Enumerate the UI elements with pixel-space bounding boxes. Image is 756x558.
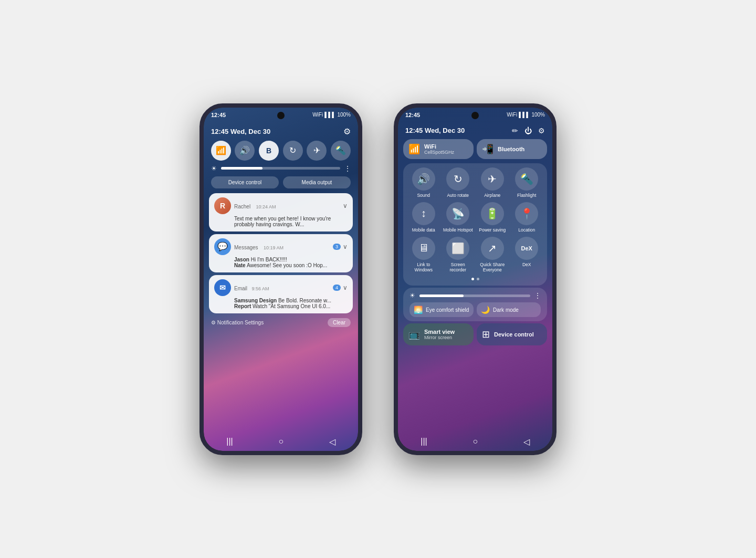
device-control-title: Device control (494, 331, 534, 338)
rachel-time: 10:24 AM (256, 204, 276, 209)
small-tiles-row-2: ↕ Mobile data 📡 Mobile Hotspot 🔋 Power s… (406, 202, 544, 233)
brightness-more-right[interactable]: ⋮ (534, 292, 541, 299)
wifi-icon: 📶 (216, 145, 226, 155)
qs-bluetooth-btn[interactable]: B (259, 141, 279, 161)
qs-autorotate-btn[interactable]: ↻ (283, 141, 303, 161)
bluetooth-wide-tile[interactable]: 📲 Bluetooth (477, 139, 547, 159)
qs-sound-btn[interactable]: 🔊 (235, 141, 255, 161)
dots-row (406, 277, 544, 281)
left-phone-content: 12:45 Wed, Dec 30 ⚙ 📶 🔊 B (204, 123, 358, 451)
rachel-expand-icon[interactable]: ∨ (343, 202, 348, 209)
mobiledata-tile[interactable]: ↕ Mobile data (408, 202, 439, 233)
brightness-row-left: ☀ ⋮ (204, 163, 358, 174)
dex-tile[interactable]: DeX DeX (511, 237, 542, 272)
bottom-nav-left: ||| ○ ◁ (204, 437, 358, 447)
sound-tile[interactable]: 🔊 Sound (408, 167, 439, 198)
home-btn-left[interactable]: ○ (278, 437, 284, 446)
back-btn-right[interactable]: ◁ (523, 437, 530, 447)
rachel-app-name: Rachel (234, 204, 250, 209)
quick-settings-icons: 📶 🔊 B ↻ ✈ 🔦 (204, 139, 358, 163)
notification-messages[interactable]: 💬 Messages 10:19 AM 3 ∨ Jason Hi I'm (209, 234, 353, 272)
status-bar-right: 12:45 WiFi ▌▌▌ 100% (398, 108, 552, 122)
wifi-status-icon: WiFi (312, 112, 323, 118)
autorotate-tile[interactable]: ↻ Auto rotate (443, 167, 473, 198)
location-tile-label: Location (518, 227, 535, 233)
right-phone-content: 12:45 Wed, Dec 30 ✏ ⏻ ⚙ 📶 WiFi CellSpo (398, 123, 552, 451)
notif-settings-row: ⚙ Notification Settings Clear (204, 316, 358, 329)
powersaving-tile[interactable]: 🔋 Power saving (477, 202, 508, 233)
battery-icon: 100% (337, 112, 351, 118)
quickshare-tile[interactable]: ↗ Quick Share Everyone (477, 237, 508, 272)
dark-mode-label: Dark mode (493, 307, 519, 313)
dex-tile-icon: DeX (515, 237, 538, 260)
powersaving-tile-label: Power saving (479, 227, 506, 233)
wifi-wide-icon: 📶 (408, 143, 420, 155)
autorotate-icon: ↻ (289, 145, 296, 155)
flashlight-icon: 🔦 (335, 145, 346, 155)
pencil-icon[interactable]: ✏ (512, 127, 518, 135)
hotspot-tile[interactable]: 📡 Mobile Hotspot (443, 202, 473, 233)
brightness-slider-left[interactable] (221, 167, 340, 170)
back-btn-left[interactable]: ◁ (329, 437, 335, 447)
hotspot-tile-label: Mobile Hotspot (443, 227, 473, 233)
quickshare-tile-label: Quick Share Everyone (477, 262, 508, 272)
eye-comfort-btn[interactable]: 🌅 Eye comfort shield (410, 302, 474, 317)
wifi-tile-sub: CellSpot5GHz (424, 150, 454, 155)
notification-email[interactable]: ✉ Email 9:56 AM 4 ∨ Samsung Design Be (209, 275, 353, 313)
mobiledata-tile-label: Mobile data (412, 227, 435, 233)
brightness-icon-left: ☀ (211, 165, 217, 172)
smart-view-tile[interactable]: 📺 Smart view Mirror screen (403, 323, 474, 345)
qs-flashlight-btn[interactable]: 🔦 (331, 141, 351, 161)
signal-icon: ▌▌▌ (324, 112, 335, 118)
flashlight-tile[interactable]: 🔦 Flashlight (511, 167, 542, 198)
phone-left: 12:45 WiFi ▌▌▌ 100% 12:45 Wed, Dec 30 ⚙ (200, 103, 362, 455)
device-control-btn[interactable]: Device control (211, 176, 279, 188)
dark-mode-btn[interactable]: 🌙 Dark mode (477, 302, 541, 317)
rachel-avatar: R (214, 197, 231, 214)
media-output-btn[interactable]: Media output (283, 176, 351, 188)
status-icons-right: WiFi ▌▌▌ 100% (507, 112, 545, 118)
bluetooth-tile-title: Bluetooth (498, 146, 524, 152)
datetime-right: 12:45 Wed, Dec 30 (405, 127, 465, 134)
qs-wifi-btn[interactable]: 📶 (211, 141, 231, 161)
airplane-tile[interactable]: ✈ Airplane (477, 167, 508, 198)
linkwindows-tile-label: Link to Windows (408, 262, 439, 272)
recents-btn-right[interactable]: ||| (421, 437, 427, 446)
powersaving-tile-icon: 🔋 (481, 202, 504, 225)
airplane-tile-icon: ✈ (481, 167, 504, 191)
bottom-tiles: 📺 Smart view Mirror screen ⊞ Device cont… (403, 323, 547, 345)
brightness-slider-right[interactable] (419, 294, 530, 297)
dex-tile-label: DeX (522, 262, 531, 267)
battery-icon-r: 100% (531, 112, 545, 118)
wifi-tile-title: WiFi (424, 143, 454, 150)
bluetooth-wide-icon: 📲 (482, 143, 494, 155)
screenrecorder-tile[interactable]: ⬜ Screen recorder (443, 237, 473, 272)
airplane-tile-label: Airplane (484, 193, 500, 198)
bottom-nav-right: ||| ○ ◁ (398, 437, 552, 447)
brightness-more-icon[interactable]: ⋮ (344, 165, 351, 172)
power-icon[interactable]: ⏻ (524, 127, 532, 135)
bluetooth-icon: B (266, 146, 271, 155)
notif-settings-text[interactable]: ⚙ Notification Settings (211, 320, 264, 325)
signal-icon-r: ▌▌▌ (519, 112, 530, 118)
wifi-wide-tile[interactable]: 📶 WiFi CellSpot5GHz (403, 139, 474, 159)
home-btn-right[interactable]: ○ (472, 437, 478, 446)
messages-count: 3 (333, 244, 341, 250)
qs-action-buttons: ✏ ⏻ ⚙ (512, 127, 545, 135)
mobiledata-tile-icon: ↕ (412, 202, 435, 225)
status-bar-left: 12:45 WiFi ▌▌▌ 100% (204, 108, 358, 122)
gear-icon-right[interactable]: ⚙ (538, 127, 545, 135)
qs-airplane-btn[interactable]: ✈ (307, 141, 327, 161)
device-control-tile[interactable]: ⊞ Device control (477, 323, 547, 345)
linkwindows-tile[interactable]: 🖥 Link to Windows (408, 237, 439, 272)
messages-expand-icon[interactable]: ∨ (343, 243, 348, 250)
dot-2 (477, 278, 479, 280)
email-expand-icon[interactable]: ∨ (343, 284, 348, 291)
clear-button[interactable]: Clear (328, 318, 351, 327)
qs-header-left: 12:45 Wed, Dec 30 ⚙ (204, 123, 358, 139)
hotspot-tile-icon: 📡 (446, 202, 469, 225)
notification-rachel[interactable]: R Rachel 10:24 AM ∨ Text me when you get… (209, 193, 353, 231)
settings-icon-left[interactable]: ⚙ (343, 127, 351, 136)
location-tile[interactable]: 📍 Location (511, 202, 542, 233)
recents-btn-left[interactable]: ||| (226, 437, 233, 446)
